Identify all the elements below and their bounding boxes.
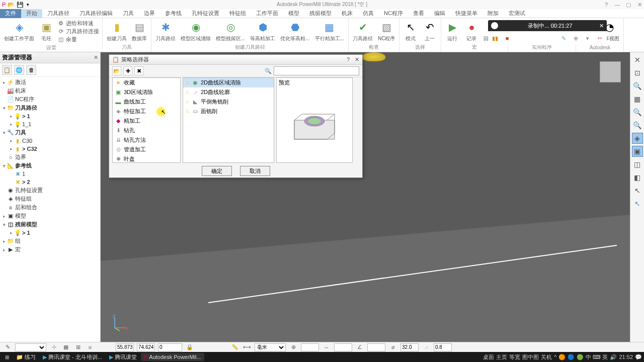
sb-empty3[interactable] [367, 343, 385, 351]
sb-radius-icon[interactable]: ⟋ [422, 343, 431, 352]
coord-z-input[interactable] [158, 343, 182, 351]
node-tools[interactable]: ▾🔧刀具 [1, 128, 99, 137]
dialog-help-icon[interactable]: ? [347, 56, 350, 63]
rt-close-icon[interactable]: ✕ [632, 54, 643, 65]
recorder-close-icon[interactable]: ✕ [599, 23, 604, 29]
tab-model[interactable]: 模型 [283, 9, 304, 18]
strat-2d-profile[interactable]: ☆⟋2D曲线轮廓 [183, 87, 274, 97]
tray-ime[interactable]: 中 ⌨ 英 [586, 353, 608, 361]
dialog-folder-icon[interactable]: 📂 [112, 66, 121, 75]
node-feat[interactable]: ◈特征组 [1, 195, 99, 203]
node-r1[interactable]: ✖1 [1, 170, 99, 178]
rt-pointer-icon[interactable]: ↖ [632, 198, 643, 209]
rt-zoom-in-icon[interactable]: 🔍 [632, 80, 643, 92]
select-prev-button[interactable]: ↶上一 [421, 19, 439, 43]
node-ref[interactable]: ▾📐参考线 [1, 161, 99, 170]
cat-blisk[interactable]: ✱叶盘 [113, 154, 180, 163]
dialog-delete-icon[interactable]: ✖ [134, 66, 143, 75]
tab-start[interactable]: 开始 [21, 9, 42, 18]
tray-power[interactable]: 关机 [541, 353, 552, 361]
rt-view-side-icon[interactable]: ◧ [632, 172, 643, 183]
node-tp1[interactable]: ▸💡> 1 [1, 112, 99, 120]
node-group[interactable]: ▸📁组 [1, 237, 99, 245]
macro-run-button[interactable]: ▶运行 [443, 19, 461, 43]
taskbar-item-1[interactable]: ▶腾讯课堂 - 北斗培训... [40, 352, 105, 362]
node-macro[interactable]: ▸▶宏 [1, 245, 99, 254]
sb-pencil-icon[interactable]: ✎ [3, 343, 12, 352]
toolpath-button[interactable]: ✱刀具路径 [153, 19, 178, 43]
node-activate[interactable]: ▸⚡激活 [1, 78, 99, 86]
axis-triad[interactable]: zx [111, 315, 128, 332]
recorder-stop-icon[interactable]: ■ [503, 34, 511, 42]
cat-drill[interactable]: ⬇钻孔 [113, 126, 180, 135]
parallel-button[interactable]: ▦平行精加工... [313, 19, 346, 43]
node-c30[interactable]: ▸▮C30 [1, 137, 99, 145]
search-input[interactable] [274, 66, 359, 75]
cat-feature[interactable]: ◈特征加工 [113, 107, 180, 116]
tray-app2-icon[interactable]: 🔵 [568, 354, 575, 360]
select-mode-button[interactable]: ↖模式 [401, 19, 420, 43]
tray-app3-icon[interactable]: 🟢 [577, 354, 584, 360]
close-icon[interactable]: ✕ [636, 2, 643, 8]
feed-speed-button[interactable]: ⚙进给和转速 [57, 20, 99, 27]
tray-app1-icon[interactable]: 🟠 [558, 354, 566, 360]
tp-connect-button[interactable]: ⟳刀具路径连接 [57, 28, 99, 35]
rt-view-top-icon[interactable]: ▣ [632, 146, 643, 157]
open-icon[interactable]: 📂 [8, 2, 15, 8]
node-rest1[interactable]: ▸💡> 1 [1, 229, 99, 237]
rt-view-front-icon[interactable]: ◫ [632, 159, 643, 170]
sb-val1-input[interactable] [400, 343, 419, 351]
sb-move-icon[interactable]: ↔ [322, 343, 331, 352]
cat-curve[interactable]: ▬曲线加工 [113, 97, 180, 107]
explorer-trash-icon[interactable]: 🗑 [26, 65, 36, 75]
cat-favorites[interactable]: ★收藏 [113, 78, 180, 87]
create-tool-button[interactable]: ▮创建刀具 [105, 19, 129, 43]
contour-button[interactable]: ⬢等高精加工 [248, 19, 277, 43]
database-button[interactable]: ▤数据库 [130, 19, 149, 43]
ok-button[interactable]: 确定 [202, 166, 232, 176]
node-nc[interactable]: 📄NC程序 [1, 95, 99, 104]
node-tp11[interactable]: ▸💡1_1 [1, 120, 99, 128]
tab-tools[interactable]: 刀具 [118, 9, 139, 18]
stock-button[interactable]: ▣毛坯 [37, 19, 55, 43]
node-hole[interactable]: ◉孔特征设置 [1, 186, 99, 195]
tab-shortcut[interactable]: 快捷菜单 [450, 9, 482, 18]
check-tp-button[interactable]: ✔刀具路径 [351, 19, 375, 43]
model-area-button[interactable]: ◉模型区域清除 [179, 19, 213, 43]
recorder-pen-icon[interactable]: ✏ [596, 34, 604, 42]
rt-zoom-out-icon[interactable]: 🔍 [632, 120, 643, 131]
allowance-button[interactable]: ◫余量 [57, 36, 99, 43]
explorer-list-icon[interactable]: 📋 [2, 65, 12, 75]
sb-snap-icon[interactable]: ⊞ [73, 343, 83, 352]
tab-feature[interactable]: 特征组 [224, 9, 251, 18]
strat-chamfer[interactable]: ☆◣平倒角铣削 [183, 97, 274, 107]
tab-nc[interactable]: NC程序 [379, 9, 408, 18]
macro-record-button[interactable]: ●记录 [462, 19, 480, 43]
tray-mono[interactable]: 等宽 [509, 353, 520, 361]
sb-scale-icon[interactable]: ⟷ [243, 343, 252, 352]
workplane-button[interactable]: ◈创建工作平面 [2, 19, 36, 43]
node-r2[interactable]: ✖> 2 [1, 178, 99, 186]
tab-hole[interactable]: 孔特征设置 [187, 9, 224, 18]
node-machine[interactable]: 🏭机床 [1, 86, 99, 95]
dialog-close-icon[interactable]: ✕ [355, 56, 359, 63]
node-toolpaths[interactable]: ▾📁刀具路径 [1, 104, 99, 112]
check-nc-button[interactable]: ▧NC程序 [376, 19, 397, 43]
node-layer[interactable]: ≡层和组合 [1, 203, 99, 212]
tray-desktop[interactable]: 桌面 [483, 353, 494, 361]
explorer-close-icon[interactable]: ✕ [94, 54, 98, 61]
strat-2d-area[interactable]: ☆◉2D曲线区域清除 [183, 78, 274, 87]
node-model[interactable]: ▸▣模型 [1, 212, 99, 220]
cancel-button[interactable]: 取消 [240, 166, 270, 176]
sb-list-icon[interactable]: ≡ [86, 343, 95, 352]
tab-toolpath[interactable]: 刀具路径 [42, 9, 74, 18]
sb-val2-input[interactable] [434, 343, 452, 351]
sb-angle-icon[interactable]: ∠ [355, 343, 364, 352]
dropdown-icon[interactable]: ▼ [26, 3, 30, 7]
save-icon[interactable]: 💾 [17, 2, 24, 8]
minimize-icon[interactable]: — [614, 2, 621, 8]
rt-zoom-fit-icon[interactable]: ⊡ [632, 67, 643, 78]
sb-empty2[interactable] [334, 343, 352, 351]
coord-x-input[interactable] [116, 343, 134, 351]
node-rest[interactable]: ▾◫残留模型 [1, 220, 99, 229]
